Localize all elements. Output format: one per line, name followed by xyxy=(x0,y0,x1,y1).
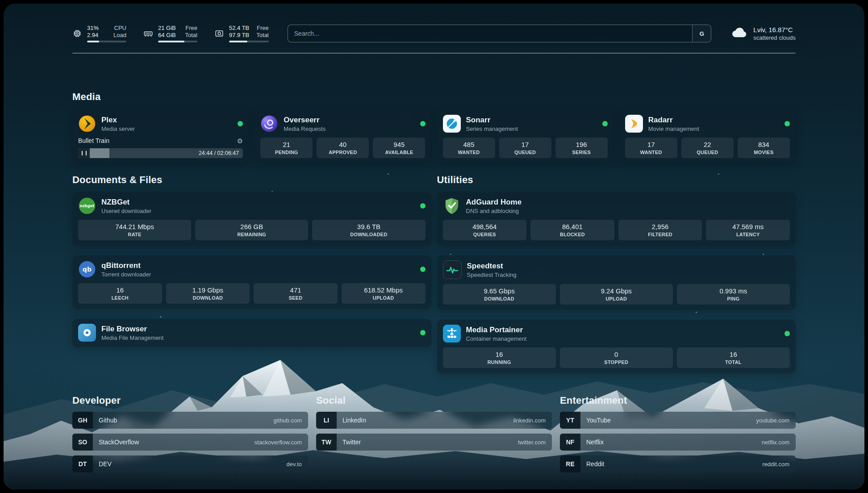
stat-label: UPLOAD xyxy=(343,295,424,301)
bookmark-name: YouTube xyxy=(586,417,611,424)
bookmark-name: Github xyxy=(99,417,117,424)
pause-button[interactable] xyxy=(78,148,90,158)
section-title-utilities: Utilities xyxy=(437,174,796,186)
search-bar: G xyxy=(288,25,712,42)
service-name: Speedtest xyxy=(467,262,517,271)
nzbget-icon: nzbget xyxy=(78,197,96,215)
disk-total-label: Total xyxy=(256,32,268,39)
stat-value: 834 xyxy=(739,141,788,149)
stat-value: 21 xyxy=(262,141,311,149)
service-card-qbittorrent[interactable]: qb qBittorrent Torrent downloader 16 xyxy=(72,255,431,309)
cpu-load: 2.94 xyxy=(87,32,98,39)
bookmark-abbr-tile: SO xyxy=(72,434,93,451)
disk-free-label: Free xyxy=(257,25,269,32)
stat-label: LATENCY xyxy=(708,232,788,238)
stat-label: DOWNLOAD xyxy=(445,296,554,302)
service-card-adguard[interactable]: AdGuard Home DNS and adblocking 498,564 … xyxy=(437,192,796,246)
bookmark-reddit[interactable]: RE Reddit reddit.com xyxy=(560,455,796,472)
stream-settings-icon[interactable]: ⚙ xyxy=(237,138,243,144)
system-stats: 31% CPU 2.94 Load xyxy=(72,25,269,42)
stat-label: MOVIES xyxy=(739,150,788,155)
stat-box: 9.24 Gbps UPLOAD xyxy=(560,284,673,305)
service-subtitle: Container management xyxy=(466,335,527,342)
section-title-developer: Developer xyxy=(72,395,308,406)
ram-free: 21 GiB xyxy=(158,25,176,32)
service-subtitle: Media server xyxy=(101,125,135,132)
stat-box: 0.993 ms PING xyxy=(677,284,790,305)
bookmark-abbr-tile: YT xyxy=(560,412,580,429)
bookmark-url: twitter.com xyxy=(518,439,546,446)
playback-progress-bar[interactable]: 24:44 / 02:06:47 xyxy=(78,148,243,158)
stat-label: SERIES xyxy=(557,150,606,155)
header-divider xyxy=(72,53,796,54)
bookmark-name: Netflix xyxy=(586,439,604,446)
service-name: AdGuard Home xyxy=(466,198,522,207)
stat-value: 196 xyxy=(557,141,606,149)
stat-label: UPLOAD xyxy=(562,296,671,302)
stat-box: 485 WANTED xyxy=(443,138,495,158)
plex-icon xyxy=(78,115,96,133)
stat-box: 471 SEED xyxy=(254,283,338,304)
stat-box: 17 WANTED xyxy=(625,138,677,158)
stat-box: 40 APPROVED xyxy=(317,138,369,158)
stat-value: 0.993 ms xyxy=(679,287,788,295)
stat-value: 40 xyxy=(318,141,367,149)
service-card-overseerr[interactable]: Overseerr Media Requests 21 PENDING 40 A… xyxy=(255,110,431,163)
service-card-filebrowser[interactable]: File Browser Media File Management xyxy=(72,319,431,347)
section-title-documents: Documents & Files xyxy=(72,174,431,186)
stat-box: 86,401 BLOCKED xyxy=(530,220,614,240)
stat-value: 1.19 Gbps xyxy=(168,286,248,294)
search-provider-button[interactable]: G xyxy=(692,25,711,42)
stat-box: 16 RUNNING xyxy=(443,347,556,368)
stat-label: FILTERED xyxy=(620,232,701,238)
stat-label: REMAINING xyxy=(197,232,306,238)
bookmark-abbr-tile: RE xyxy=(560,455,580,472)
bookmark-dev[interactable]: DT DEV dev.to xyxy=(72,455,308,472)
search-input[interactable] xyxy=(288,25,693,42)
filebrowser-icon xyxy=(78,324,96,342)
now-playing-title: Bullet Train xyxy=(78,137,109,144)
status-dot xyxy=(420,330,426,335)
cpu-widget: 31% CPU 2.94 Load xyxy=(72,25,126,42)
section-entertainment: Entertainment YT YouTube youtube.com NF … xyxy=(560,395,796,472)
service-card-plex[interactable]: Plex Media server Bullet Train ⚙ 24:44 /… xyxy=(72,110,249,163)
service-subtitle: DNS and adblocking xyxy=(466,208,522,214)
bookmark-youtube[interactable]: YT YouTube youtube.com xyxy=(560,412,796,429)
cpu-percent: 31% xyxy=(87,25,99,32)
stat-box: 498,564 QUERIES xyxy=(443,220,527,240)
stat-value: 47.569 ms xyxy=(708,223,788,231)
stat-label: SEED xyxy=(255,295,336,301)
stat-value: 9.65 Gbps xyxy=(445,287,554,295)
overseerr-icon xyxy=(260,115,278,133)
bookmark-stackoverflow[interactable]: SO StackOverflow stackoverflow.com xyxy=(72,434,308,451)
stat-label: QUEUED xyxy=(501,150,550,155)
section-social: Social LI LinkedIn linkedin.com TW Twitt… xyxy=(316,395,552,451)
service-subtitle: Usenet downloader xyxy=(101,208,151,214)
bookmark-linkedin[interactable]: LI LinkedIn linkedin.com xyxy=(316,412,552,429)
service-name: qBittorrent xyxy=(101,261,151,270)
bookmark-netflix[interactable]: NF Netflix netflix.com xyxy=(560,434,796,451)
stat-box: 744.21 Mbps RATE xyxy=(78,220,191,240)
service-subtitle: Media File Management xyxy=(101,334,163,341)
ram-free-label: Free xyxy=(185,25,197,32)
service-card-speedtest[interactable]: Speedtest Speedtest Tracking 9.65 Gbps D… xyxy=(437,255,796,310)
bookmark-abbr-tile: DT xyxy=(72,455,93,472)
service-card-sonarr[interactable]: Sonarr Series management 485 WANTED 17 Q… xyxy=(437,110,613,163)
stat-label: WANTED xyxy=(445,150,493,155)
bookmark-url: github.com xyxy=(273,417,302,424)
service-card-nzbget[interactable]: nzbget NZBGet Usenet downloader 744.21 M… xyxy=(72,192,431,246)
bookmark-github[interactable]: GH Github github.com xyxy=(72,412,308,429)
stat-value: 485 xyxy=(445,141,493,149)
svg-text:qb: qb xyxy=(83,266,92,273)
disk-total: 97.9 TB xyxy=(229,32,249,39)
service-card-portainer[interactable]: Media Portainer Container management 16 … xyxy=(437,320,796,373)
stat-value: 17 xyxy=(627,141,676,149)
topbar: 31% CPU 2.94 Load xyxy=(72,21,796,46)
portainer-icon xyxy=(443,325,461,343)
service-subtitle: Speedtest Tracking xyxy=(467,272,517,278)
stat-box: 1.19 Gbps DOWNLOAD xyxy=(166,283,250,304)
bookmark-url: linkedin.com xyxy=(513,417,546,424)
bookmark-twitter[interactable]: TW Twitter twitter.com xyxy=(316,434,552,451)
service-card-radarr[interactable]: Radarr Movie management 17 WANTED 22 QUE… xyxy=(619,110,796,163)
bookmark-url: netflix.com xyxy=(762,439,789,446)
